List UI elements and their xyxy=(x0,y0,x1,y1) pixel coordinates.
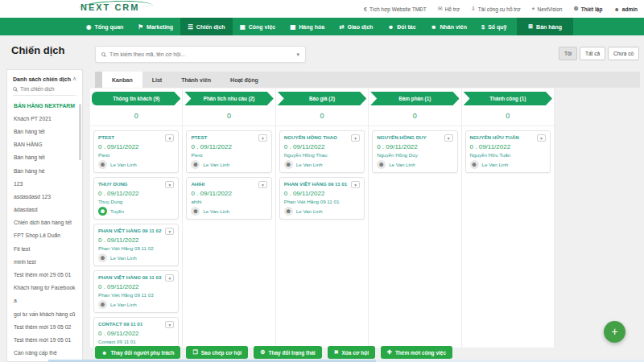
topbar-link[interactable]: ☻admin xyxy=(613,6,638,12)
campaign-list-item[interactable]: Test thêm mới 19 05 01 xyxy=(7,333,82,346)
nav-item[interactable]: $Sổ quỹ xyxy=(474,18,514,35)
assignee-avatar: ☻ xyxy=(98,207,107,216)
card-menu-button[interactable]: ▾ xyxy=(444,134,453,142)
opportunity-card[interactable]: AHIHI▾0 . 09/11/2022ahihi☻Le Van Linh xyxy=(186,177,271,220)
filter-button[interactable]: Chưa có xyxy=(608,47,639,60)
nav-item[interactable]: ▦Hàng hóa xyxy=(283,18,332,35)
campaign-list-item[interactable]: Khách hàng từ Facebook xyxy=(7,282,82,294)
nav-item[interactable]: ☻Đối tác xyxy=(380,18,423,35)
campaign-list-item[interactable]: BAN HÀNG xyxy=(7,138,82,151)
campaign-list-item[interactable]: BÁN HÀNG NEXTFARM xyxy=(7,99,82,112)
toolbar-button[interactable]: ⚙Thay đổi trạng thái xyxy=(254,346,321,359)
nav-item[interactable]: ▣Công việc xyxy=(233,18,283,35)
campaign-search xyxy=(13,86,76,96)
card-title: CONTACT 09 11 01 xyxy=(98,321,142,327)
campaign-list-item[interactable]: a xyxy=(7,294,82,307)
card-menu-button[interactable]: ▾ xyxy=(165,228,174,235)
column-header[interactable]: Báo giá (2) xyxy=(278,92,366,105)
tab-item[interactable]: Hoạt động xyxy=(221,72,268,88)
assignee-name: Le Van Linh xyxy=(482,162,509,167)
nav-item[interactable]: ☻Nhân viên xyxy=(423,18,474,35)
nav-item-label: Hàng hóa xyxy=(299,24,324,30)
tab-item[interactable]: List xyxy=(142,72,171,88)
tab-active[interactable]: Kanban xyxy=(102,72,142,88)
column-header[interactable]: Phân tích nhu cầu (2) xyxy=(184,92,273,105)
toolbar-button-label: Thay đổi người phụ trách xyxy=(110,350,174,356)
opportunity-card[interactable]: PHAN VIỆT HẰNG 09 11 01▾0 . 09/11/2022Ph… xyxy=(279,177,365,220)
card-menu-button[interactable]: ▾ xyxy=(165,274,174,282)
opportunity-card[interactable]: NGUYỄN HỒNG DUY▾0 . 09/11/2022Nguyễn Hồn… xyxy=(372,130,457,173)
assignee-avatar: ☻ xyxy=(470,160,479,169)
toolbar-button[interactable]: ✖Xóa cơ hội xyxy=(328,346,375,359)
campaign-list-item[interactable]: minh test xyxy=(7,255,82,268)
campaign-list-item[interactable]: gọi tư vấn khách hàng cũ xyxy=(7,307,82,320)
campaign-list-item[interactable]: 123 xyxy=(7,177,82,190)
topbar-link[interactable]: ✉Hỗ trợ xyxy=(438,6,460,12)
chevron-down-icon[interactable]: ▾ xyxy=(296,51,299,58)
campaign-list-item[interactable]: Fit test xyxy=(7,242,82,255)
card-menu-button[interactable]: ▾ xyxy=(165,181,174,188)
nav-item[interactable]: ◉Tổng quan xyxy=(79,18,130,35)
column-header[interactable]: Thành công (1) xyxy=(464,92,552,105)
campaign-panel-header[interactable]: Danh sách chiến dịch ∧ xyxy=(7,70,82,86)
card-contact-name: Phan Việt Hằng 09 11 03 xyxy=(98,292,174,298)
opportunity-card[interactable]: PTEST▾0 . 09/11/2022Ptest☻Le Van Linh xyxy=(186,130,271,173)
topbar-link[interactable]: ⇩Tải công cụ hỗ trợ xyxy=(471,6,521,12)
campaign-list-item[interactable]: Cần nâng cấp thẻ xyxy=(7,347,82,360)
add-fab-button[interactable]: + xyxy=(604,321,625,343)
toolbar-button[interactable]: ❐Sao chép cơ hội xyxy=(186,346,248,359)
assignee-name: Le Van Linh xyxy=(296,208,323,214)
opportunity-search-input[interactable] xyxy=(109,51,292,57)
column-header[interactable]: Thông tin khách (9) xyxy=(92,92,180,105)
toolbar-button[interactable]: ✚Thêm mới công việc xyxy=(381,346,452,359)
nav-item[interactable]: ⇄Giao dịch xyxy=(332,18,380,35)
nav-item-ban-hang[interactable]: ⊞ Bán hàng xyxy=(517,18,573,35)
column-total: 0 xyxy=(90,105,182,126)
tab-item[interactable]: Thành viên xyxy=(171,72,221,88)
card-title: PTEST xyxy=(191,134,207,140)
filter-button[interactable]: Tất cả xyxy=(580,47,605,60)
card-menu-button[interactable]: ▾ xyxy=(351,181,360,188)
campaign-list-item[interactable]: Chiến dịch bán hàng tết xyxy=(7,216,82,229)
nav-item[interactable]: ☰Chiến dịch xyxy=(180,18,233,35)
topbar-link[interactable]: €Tích hợp Website TMĐT xyxy=(364,6,427,12)
tab-strip-handle[interactable] xyxy=(95,72,102,88)
opportunity-card[interactable]: PTEST▾0 . 09/11/2022Ptest☻Le Van Linh xyxy=(93,130,179,173)
toolbar-button-label: Thay đổi trạng thái xyxy=(268,350,315,356)
opportunity-card[interactable]: CONTACT 09 11 01▾0 . 09/11/2022Contact 0… xyxy=(93,317,179,348)
campaign-search-input[interactable] xyxy=(20,86,76,92)
opportunity-card[interactable]: NGUYỄN HỒNG THAO▾0 . 09/11/2022Nguyễn Hồ… xyxy=(279,130,365,173)
card-menu-button[interactable]: ▾ xyxy=(351,134,360,142)
campaign-list-item[interactable]: asdasdasd 123 xyxy=(7,190,82,203)
opportunity-card[interactable]: PHAN VIỆT HẰNG 09 11 02▾0 . 09/11/2022Ph… xyxy=(93,224,179,266)
topbar-link[interactable]: ⚙Thiết lập xyxy=(573,6,602,12)
sidebar-scrollbar[interactable] xyxy=(79,104,81,160)
card-menu-button[interactable]: ▾ xyxy=(258,181,267,188)
main-nav: ◉Tổng quan⚑Marketing☰Chiến dịch▣Công việ… xyxy=(0,18,644,35)
filter-button[interactable]: Tôi xyxy=(559,47,577,60)
opportunity-card[interactable]: PHAN VIỆT HẰNG 09 11 03▾0 . 09/11/2022Ph… xyxy=(93,270,179,313)
user-icon: ☻ xyxy=(613,6,619,12)
card-menu-button[interactable]: ▾ xyxy=(165,321,174,328)
campaign-list-item[interactable]: ádasdasd xyxy=(7,204,82,216)
card-menu-button[interactable]: ▾ xyxy=(258,134,267,142)
column-header[interactable]: Đàm phán (1) xyxy=(370,92,459,105)
campaign-list-item[interactable]: Test thêm mới 19 05 02 xyxy=(7,320,82,333)
opportunity-card[interactable]: NGUYỄN HỮU TUẤN▾0 . 09/11/2022Nguyễn Hữu… xyxy=(465,130,551,173)
calendar-plus-icon: ✚ xyxy=(387,349,392,356)
opportunity-card[interactable]: THUY DUNG▾0 . 09/11/2022Thuy Dung☻Tuyền xyxy=(93,177,179,220)
card-menu-button[interactable]: ▾ xyxy=(537,134,546,142)
campaign-list-item[interactable]: Bán hàng tết xyxy=(7,125,82,138)
campaign-list-item[interactable]: Bán hàng hè xyxy=(7,164,82,177)
topbar-link[interactable]: ⌖NextVision xyxy=(532,6,563,12)
campaign-list-item[interactable]: FPT Shop Lê Duẩn xyxy=(7,229,82,242)
card-title: PTEST xyxy=(98,134,114,140)
campaign-list-item[interactable]: Khách PT 2021 xyxy=(7,112,82,125)
nav-item[interactable]: ⚑Marketing xyxy=(130,18,180,35)
campaign-list-item[interactable]: Bán hàng tết xyxy=(7,151,82,164)
card-contact-name: Nguyễn Hữu Tuấn xyxy=(470,152,546,158)
campaign-list-item[interactable]: Test thêm mới 29 05 01 xyxy=(7,268,82,281)
collapse-icon[interactable]: ∧ xyxy=(72,76,76,82)
toolbar-button[interactable]: ☻Thay đổi người phụ trách xyxy=(95,346,180,359)
card-menu-button[interactable]: ▾ xyxy=(165,134,174,142)
